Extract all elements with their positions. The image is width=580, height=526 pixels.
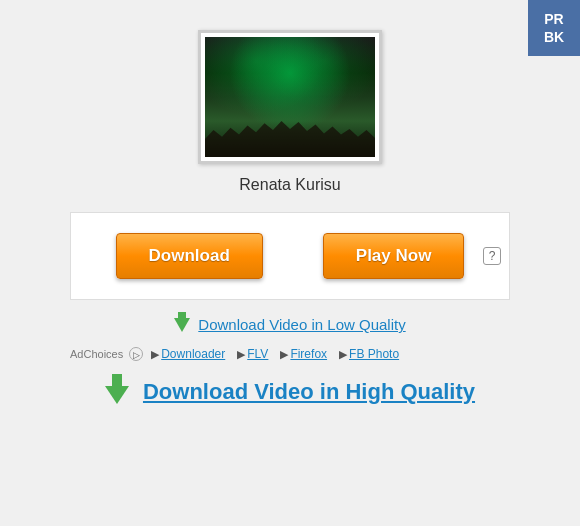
download-high-row: Download Video in High Quality xyxy=(105,379,475,405)
ad-link-firefox[interactable]: Firefox xyxy=(290,347,327,361)
ad-arrow-4: ▶ xyxy=(339,348,347,361)
video-title: Renata Kurisu xyxy=(239,176,340,194)
down-arrow-icon xyxy=(174,318,190,332)
adchoices-label: AdChoices xyxy=(70,348,123,360)
ad-link-fbphoto[interactable]: FB Photo xyxy=(349,347,399,361)
video-thumbnail-wrapper xyxy=(198,30,382,164)
ad-arrow-1: ▶ xyxy=(151,348,159,361)
ad-arrow-2: ▶ xyxy=(237,348,245,361)
download-low-link[interactable]: Download Video in Low Quality xyxy=(198,316,405,333)
question-mark-button[interactable]: ? xyxy=(483,247,501,265)
download-high-link[interactable]: Download Video in High Quality xyxy=(143,379,475,405)
ad-link-downloader[interactable]: Downloader xyxy=(161,347,225,361)
adchoices-row: AdChoices ▷ ▶ Downloader ▶ FLV ▶ Firefox… xyxy=(70,347,510,361)
adchoices-icon[interactable]: ▷ xyxy=(129,347,143,361)
video-thumbnail xyxy=(205,37,375,157)
ad-link-flv[interactable]: FLV xyxy=(247,347,268,361)
prbk-line1: PR xyxy=(544,10,563,28)
down-arrow-large-icon xyxy=(105,380,129,404)
download-low-row: Download Video in Low Quality xyxy=(174,316,405,333)
play-now-button[interactable]: Play Now xyxy=(323,233,465,279)
download-button[interactable]: Download xyxy=(116,233,263,279)
buttons-container: Download Play Now ? xyxy=(70,212,510,300)
prbk-line2: BK xyxy=(544,28,564,46)
main-content: Renata Kurisu Download Play Now ? Downlo… xyxy=(0,0,580,405)
prbk-badge: PR BK xyxy=(528,0,580,56)
ad-arrow-3: ▶ xyxy=(280,348,288,361)
